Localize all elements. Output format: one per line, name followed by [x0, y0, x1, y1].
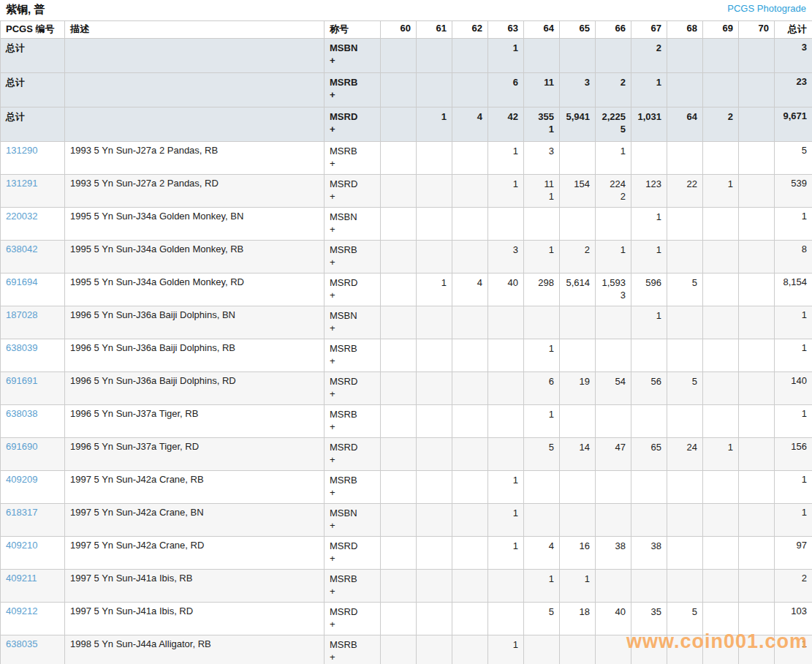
table-row: 6380381996 5 Yn Sun-J37a Tiger, RBMSRB+1… [1, 405, 812, 438]
grade-68-count-cell [667, 208, 703, 241]
grade-64-count-cell: 11 [524, 73, 560, 107]
grade-count: 56 [637, 375, 661, 388]
grade-65-count-cell [560, 306, 596, 339]
grade-63-count-cell [488, 306, 524, 339]
table-row: 4092111997 5 Yn Sun-J41a Ibis, RBMSRB+11… [1, 570, 812, 603]
grade-60-count-cell [381, 471, 417, 504]
table-row: 6380351998 5 Yn Sun-J44a Alligator, RBMS… [1, 635, 812, 664]
pcgs-number-link[interactable]: 638038 [6, 408, 37, 419]
grade-60-count-cell [381, 39, 417, 73]
pcgs-number-cell: 638038 [1, 405, 65, 438]
grade-61-count-cell [417, 570, 452, 603]
grade-67-count-cell [631, 635, 667, 664]
grade-70-count-cell [739, 306, 775, 339]
grade-count: 1 [637, 309, 661, 322]
pcgs-number-link[interactable]: 131291 [6, 178, 37, 189]
grade-62-count-cell [452, 504, 488, 537]
grade-count: 14 [565, 441, 590, 453]
grade-count: 5,941 [565, 110, 590, 123]
total-cell: 8,154 [775, 273, 812, 306]
grade-62-count-cell [452, 208, 488, 241]
grade-61-count-cell [417, 372, 452, 405]
grade-61-count-cell [417, 438, 452, 471]
grade-63-count-cell: 1 [488, 175, 524, 208]
pcgs-number-link[interactable]: 638042 [6, 244, 37, 254]
pcgs-number-link[interactable]: 638035 [6, 638, 37, 649]
designation-cell: MSRB+ [325, 142, 381, 175]
grade-70-count-cell [739, 39, 775, 73]
pcgs-number-cell: 187028 [1, 306, 65, 339]
column-header-grade-66: 66 [596, 21, 631, 39]
grade-69-count-cell [703, 306, 739, 339]
designation-cell: MSRD+ [325, 372, 381, 405]
designation-plus-label: + [330, 552, 375, 565]
grade-count: 16 [565, 540, 590, 552]
grade-65-count-cell: 19 [560, 372, 596, 405]
grade-62-count-cell [452, 241, 488, 273]
pcgs-number-link[interactable]: 409210 [6, 540, 37, 551]
pcgs-number-link[interactable]: 691690 [6, 441, 37, 452]
grade-63-count-cell [488, 372, 524, 405]
total-cell: 1 [775, 504, 812, 537]
grade-70-count-cell [739, 107, 775, 142]
grade-60-count-cell [381, 142, 417, 175]
grade-65-count-cell: 5,614 [560, 273, 596, 306]
grade-count: 1,031 [637, 110, 661, 123]
grade-65-count-cell [560, 208, 596, 241]
pcgs-number-link[interactable]: 691694 [6, 276, 37, 287]
pcgs-number-cell: 409209 [1, 471, 65, 504]
pcgs-photograde-link[interactable]: PCGS Photograde [727, 4, 806, 14]
pcgs-number-cell: 638039 [1, 339, 65, 372]
grade-61-count-cell [417, 39, 452, 73]
pcgs-number-cell: 638035 [1, 635, 65, 664]
grade-65-count-cell: 16 [560, 537, 596, 570]
grade-65-count-cell [560, 142, 596, 175]
grade-60-count-cell [381, 241, 417, 273]
grade-67-count-cell: 123 [631, 175, 667, 208]
grade-69-count-cell: 2 [703, 107, 739, 142]
grade-count: 2 [565, 244, 590, 256]
pcgs-number-link[interactable]: 187028 [6, 309, 37, 320]
description-cell: 1993 5 Yn Sun-J27a 2 Pandas, RD [65, 175, 325, 208]
designation-plus-label: + [330, 157, 375, 170]
column-header-grade-69: 69 [703, 21, 739, 39]
grade-count: 1 [601, 145, 626, 157]
grade-count: 64 [672, 110, 697, 123]
grade-63-count-cell [488, 339, 524, 372]
pcgs-number-link[interactable]: 220032 [6, 211, 37, 222]
total-cell: 1 [775, 471, 812, 504]
pcgs-number-link[interactable]: 691691 [6, 375, 37, 386]
grade-62-count-cell [452, 339, 488, 372]
grade-61-count-cell: 1 [417, 273, 452, 306]
grade-67-count-cell: 1 [631, 73, 667, 107]
page-title: 紫铜, 普 [6, 4, 45, 16]
grade-64-count-cell: 1 [524, 339, 560, 372]
grade-count: 47 [601, 441, 626, 453]
grade-70-count-cell [739, 570, 775, 603]
grade-65-count-cell: 5,941 [560, 107, 596, 142]
grade-count: 3 [493, 244, 518, 256]
pcgs-number-link[interactable]: 618317 [6, 507, 37, 518]
grade-64-count-cell [524, 504, 560, 537]
grade-count: 1 [637, 76, 661, 88]
grade-count: 1 [493, 638, 518, 651]
grade-64-count-cell: 111 [524, 175, 560, 208]
grade-count: 1 [422, 110, 447, 123]
column-header-grade-61: 61 [417, 21, 452, 39]
total-cell: 97 [775, 537, 812, 570]
grade-60-count-cell [381, 339, 417, 372]
grade-64-count-cell: 3 [524, 142, 560, 175]
pcgs-number-link[interactable]: 409211 [6, 573, 37, 584]
pcgs-number-link[interactable]: 409212 [6, 605, 37, 616]
grade-66-count-cell: 2242 [596, 175, 631, 208]
grade-61-count-cell [417, 241, 452, 273]
grade-65-count-cell [560, 339, 596, 372]
pcgs-number-link[interactable]: 638039 [6, 342, 37, 353]
pcgs-number-cell: 691694 [1, 273, 65, 306]
table-row: 6380391996 5 Yn Sun-J36a Baiji Dolphins,… [1, 339, 812, 372]
column-header-grade-68: 68 [667, 21, 703, 39]
grade-count: 3 [565, 76, 590, 88]
designation-label: MSRB [330, 638, 375, 651]
pcgs-number-link[interactable]: 409209 [6, 474, 37, 485]
pcgs-number-link[interactable]: 131290 [6, 145, 37, 156]
